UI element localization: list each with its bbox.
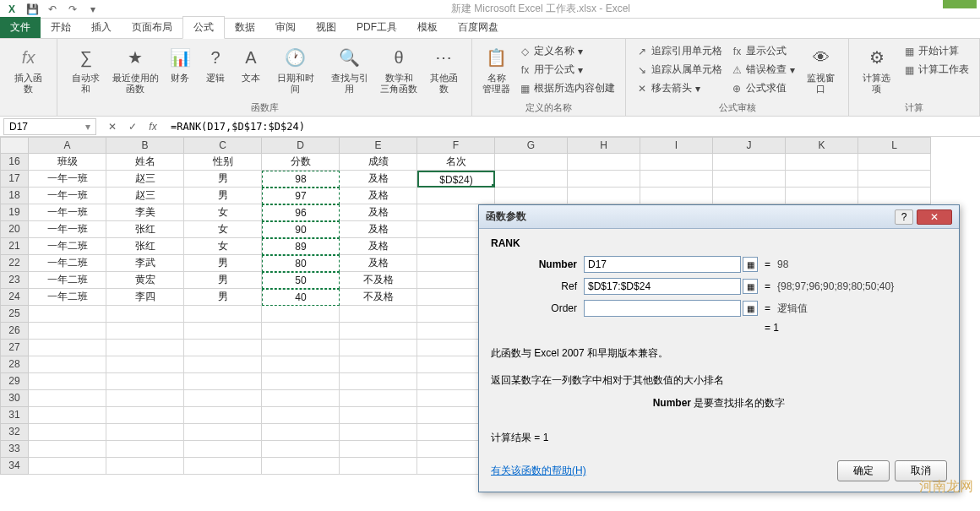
param-input[interactable]	[584, 278, 741, 295]
name-box[interactable]: ▾	[3, 118, 96, 135]
chevron-down-icon[interactable]: ▾	[85, 121, 90, 133]
save-icon[interactable]: 💾	[25, 3, 39, 16]
use-in-formula-button[interactable]: fx用于公式 ▾	[515, 61, 618, 79]
trace-dependents-button[interactable]: ↘追踪从属单元格	[633, 61, 726, 79]
cell[interactable]: 李武	[106, 255, 184, 272]
cell[interactable]	[495, 188, 568, 204]
cell[interactable]: 98	[262, 171, 340, 188]
cell[interactable]	[29, 323, 106, 340]
cell[interactable]: 一年二班	[29, 272, 106, 289]
calc-options-button[interactable]: ⚙计算选项	[856, 42, 898, 96]
cell[interactable]	[417, 188, 495, 204]
cell[interactable]	[568, 171, 640, 188]
cell[interactable]	[340, 458, 417, 475]
cell[interactable]	[184, 424, 262, 441]
tab-5[interactable]: 审阅	[265, 17, 306, 38]
cell[interactable]: 一年一班	[29, 188, 106, 204]
row-header[interactable]: 34	[0, 458, 29, 475]
dialog-close-button[interactable]: ✕	[917, 209, 952, 225]
cell[interactable]	[184, 407, 262, 424]
tab-3[interactable]: 公式	[182, 16, 225, 39]
cell[interactable]	[29, 458, 106, 475]
cell[interactable]	[340, 407, 417, 424]
cell[interactable]	[262, 390, 340, 407]
cell[interactable]: 97	[262, 188, 340, 204]
cell[interactable]: 黄宏	[106, 272, 184, 289]
row-header[interactable]: 19	[0, 204, 29, 221]
cell[interactable]	[713, 171, 786, 188]
cell[interactable]	[184, 323, 262, 340]
cell[interactable]	[340, 441, 417, 458]
financial-button[interactable]: 📊财务	[163, 42, 197, 85]
remove-arrows-button[interactable]: ✕移去箭头 ▾	[633, 79, 726, 97]
tab-2[interactable]: 页面布局	[122, 17, 182, 38]
cell[interactable]: 张红	[106, 238, 184, 255]
tab-1[interactable]: 插入	[81, 17, 122, 38]
recent-functions-button[interactable]: ★最近使用的 函数	[109, 42, 161, 96]
cell[interactable]: 一年二班	[29, 255, 106, 272]
cell[interactable]	[106, 356, 184, 373]
lookup-button[interactable]: 🔍查找与引用	[324, 42, 376, 96]
trace-precedents-button[interactable]: ↗追踪引用单元格	[633, 42, 726, 60]
row-header[interactable]: 28	[0, 356, 29, 373]
cell[interactable]	[106, 390, 184, 407]
column-header[interactable]: C	[184, 137, 262, 154]
cell[interactable]: 40	[262, 289, 340, 306]
cell[interactable]	[786, 154, 858, 171]
param-input[interactable]	[584, 256, 741, 273]
insert-function-button[interactable]: fx 插入函数	[7, 42, 50, 96]
function-help-link[interactable]: 有关该函数的帮助(H)	[491, 464, 586, 478]
column-header[interactable]: I	[640, 137, 713, 154]
row-header[interactable]: 24	[0, 289, 29, 306]
undo-icon[interactable]: ↶	[46, 3, 59, 16]
fx-icon[interactable]: fx	[145, 121, 161, 133]
autosum-button[interactable]: ∑自动求和	[64, 42, 107, 96]
create-from-selection-button[interactable]: ▦根据所选内容创建	[515, 79, 618, 97]
redo-icon[interactable]: ↷	[66, 3, 79, 16]
cell[interactable]: 名次	[417, 154, 495, 171]
cell[interactable]: 50	[262, 272, 340, 289]
cell[interactable]: 不及格	[340, 289, 417, 306]
column-header[interactable]: L	[858, 137, 931, 154]
column-header[interactable]: H	[568, 137, 640, 154]
cell[interactable]	[786, 188, 858, 204]
cancel-button[interactable]: 取消	[895, 460, 947, 481]
cell[interactable]	[184, 356, 262, 373]
cell[interactable]	[340, 373, 417, 390]
calc-sheet-button[interactable]: ▦计算工作表	[900, 61, 972, 79]
name-box-input[interactable]	[9, 121, 68, 133]
cell[interactable]: 80	[262, 255, 340, 272]
cell[interactable]	[106, 424, 184, 441]
cell[interactable]: 赵三	[106, 188, 184, 204]
row-header[interactable]: 23	[0, 272, 29, 289]
logical-button[interactable]: ?逻辑	[199, 42, 232, 85]
tab-6[interactable]: 视图	[306, 17, 346, 38]
cell[interactable]	[568, 188, 640, 204]
cell[interactable]: 89	[262, 238, 340, 255]
cell[interactable]	[106, 340, 184, 356]
cell[interactable]	[786, 171, 858, 188]
cell[interactable]	[106, 323, 184, 340]
cell[interactable]	[858, 188, 931, 204]
cell[interactable]	[184, 458, 262, 475]
row-header[interactable]: 18	[0, 188, 29, 204]
cancel-formula-icon[interactable]: ✕	[105, 121, 120, 133]
cell[interactable]: 一年一班	[29, 204, 106, 221]
cell[interactable]: 男	[184, 188, 262, 204]
column-header[interactable]: A	[29, 137, 106, 154]
row-header[interactable]: 17	[0, 171, 29, 188]
select-all-corner[interactable]	[0, 137, 29, 154]
cell[interactable]	[262, 458, 340, 475]
cell[interactable]	[184, 390, 262, 407]
cell[interactable]: 成绩	[340, 154, 417, 171]
cell[interactable]	[262, 424, 340, 441]
cell[interactable]	[184, 306, 262, 323]
column-header[interactable]: J	[713, 137, 786, 154]
cell[interactable]: 及格	[340, 238, 417, 255]
cell[interactable]	[640, 188, 713, 204]
cell[interactable]: 一年二班	[29, 289, 106, 306]
cell[interactable]	[262, 340, 340, 356]
cell[interactable]	[262, 356, 340, 373]
row-header[interactable]: 16	[0, 154, 29, 171]
cell[interactable]: 一年一班	[29, 171, 106, 188]
